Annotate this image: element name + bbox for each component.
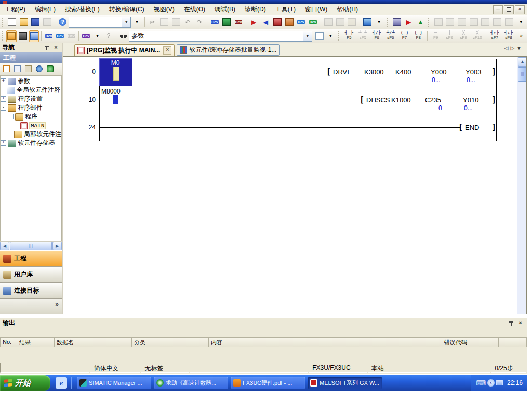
task-melsoft[interactable]: MELSOFT系列 GX W... bbox=[308, 377, 382, 389]
vertical-line-button[interactable]: │sF9 bbox=[443, 30, 456, 43]
operand[interactable]: C235 bbox=[425, 96, 441, 104]
task-pdf[interactable]: FX3UC硬件.pdf - ... bbox=[231, 377, 305, 389]
instruction[interactable]: END bbox=[465, 124, 479, 131]
dev-read-icon[interactable]: Dev bbox=[308, 16, 318, 28]
print-icon[interactable] bbox=[42, 16, 53, 28]
menu-debug[interactable]: 调试(B) bbox=[210, 4, 240, 15]
tab-ladder-monitor[interactable]: [PRG]监视 执行中 MAIN... × bbox=[74, 44, 175, 56]
statement-icon[interactable] bbox=[480, 16, 491, 28]
restore-button[interactable] bbox=[504, 5, 514, 14]
device-test-icon[interactable]: ▾ bbox=[92, 30, 103, 42]
remote-operation-icon[interactable] bbox=[392, 16, 403, 28]
device-display-icon[interactable]: Dev bbox=[81, 30, 91, 42]
operand[interactable]: Y003 bbox=[466, 68, 481, 76]
toolbar-overflow-icon[interactable]: ▾ bbox=[131, 16, 142, 28]
tree-item-device-memory[interactable]: + 软元件存储器 bbox=[1, 139, 61, 148]
tab-device-batch-monitor[interactable]: 软元件/缓冲存储器批量监视-1... bbox=[177, 44, 280, 56]
workspace-combobox[interactable]: ▾ bbox=[69, 17, 131, 28]
hide-icons-icon[interactable]: ‹ bbox=[487, 379, 495, 387]
tree-item-program[interactable]: - 程序 bbox=[1, 112, 61, 121]
ladder-canvas[interactable]: 0 M0 [ DRVI K3000 K400 Y000 Y003 ] 0... … bbox=[63, 56, 527, 314]
error-check-icon[interactable]: ▲ bbox=[415, 16, 426, 28]
toolbar-overflow-icon[interactable]: » bbox=[516, 30, 526, 42]
chevron-down-icon[interactable]: ▾ bbox=[303, 31, 312, 41]
toolbar-grip[interactable] bbox=[2, 31, 4, 41]
help-icon[interactable]: ? bbox=[57, 16, 68, 28]
save-icon[interactable] bbox=[30, 16, 41, 28]
tree-item-parameter[interactable]: + 参数 bbox=[1, 77, 61, 86]
device-comment-icon[interactable] bbox=[468, 16, 479, 28]
pin-icon[interactable] bbox=[508, 320, 515, 327]
expand-icon[interactable]: + bbox=[1, 78, 6, 84]
paste-item-icon[interactable] bbox=[23, 64, 33, 74]
help-dim-icon[interactable]: ? bbox=[103, 30, 114, 42]
run-icon[interactable]: ▶ bbox=[403, 16, 414, 28]
close-icon[interactable]: × bbox=[516, 320, 524, 327]
delete-vline-button[interactable]: ╳cF10 bbox=[471, 30, 484, 43]
col-data-name[interactable]: 数据名 bbox=[55, 337, 132, 347]
menu-edit[interactable]: 编辑(E) bbox=[30, 4, 60, 15]
copy-icon[interactable] bbox=[158, 16, 169, 28]
toolbar-grip[interactable] bbox=[428, 18, 431, 27]
close-icon[interactable]: × bbox=[52, 44, 60, 51]
tree-item-pou[interactable]: - 程序部件 bbox=[1, 103, 61, 112]
redo-icon[interactable]: ↷ bbox=[194, 16, 205, 28]
open-project-icon[interactable] bbox=[18, 16, 29, 28]
instruction[interactable]: DRVI bbox=[333, 68, 349, 76]
inline-st-icon[interactable] bbox=[504, 16, 515, 28]
closed-contact-button[interactable]: ┤/├F6 bbox=[370, 30, 383, 43]
new-item-icon[interactable] bbox=[2, 64, 11, 74]
nav-button-connection[interactable]: 连接目标 bbox=[0, 283, 62, 299]
device-table-icon[interactable]: Dev bbox=[55, 30, 65, 42]
scroll-left-icon[interactable]: ◀ bbox=[0, 242, 9, 250]
menu-view[interactable]: 视图(V) bbox=[149, 4, 179, 15]
menu-window[interactable]: 窗口(W) bbox=[300, 4, 332, 15]
sfc-block-icon[interactable] bbox=[335, 16, 345, 28]
new-project-icon[interactable] bbox=[7, 16, 18, 28]
paste-icon[interactable] bbox=[170, 16, 181, 28]
tree-item-program-setting[interactable]: + 程序设置 bbox=[1, 95, 61, 103]
expand-icon[interactable]: - bbox=[8, 114, 14, 119]
minimize-button[interactable]: ─ bbox=[493, 5, 503, 14]
chevron-down-icon[interactable]: ▾ bbox=[122, 17, 130, 27]
col-category[interactable]: 分类 bbox=[132, 337, 209, 347]
undo-icon[interactable]: ↶ bbox=[182, 16, 193, 28]
copy-item-icon[interactable] bbox=[12, 64, 22, 74]
closed-branch-button[interactable]: ┴/┴sF6 bbox=[384, 30, 397, 43]
monitor-start-icon[interactable] bbox=[272, 16, 283, 28]
tab-next-icon[interactable]: ▷ bbox=[510, 45, 516, 51]
toolbar-overflow-icon[interactable]: ▾ bbox=[515, 16, 526, 28]
rising-pulse-button[interactable]: ┤↑├sF7 bbox=[488, 30, 501, 43]
refresh-icon[interactable] bbox=[45, 64, 55, 74]
operand[interactable]: Y000 bbox=[431, 68, 446, 76]
col-error-code[interactable]: 错误代码 bbox=[442, 337, 499, 347]
close-button[interactable]: × bbox=[515, 5, 525, 14]
cut-icon[interactable]: ✂ bbox=[147, 16, 158, 28]
menu-diagnostics[interactable]: 诊断(D) bbox=[240, 4, 271, 15]
device-ref-icon[interactable]: Dev bbox=[66, 30, 76, 42]
quick-launch-ie-icon[interactable]: e bbox=[56, 377, 67, 389]
toolbar-grip[interactable] bbox=[2, 18, 5, 27]
tree-item-global-comment[interactable]: 全局软元件注释 bbox=[1, 86, 61, 95]
expand-icon[interactable]: + bbox=[1, 140, 6, 146]
toolbar-grip[interactable] bbox=[387, 18, 390, 27]
tab-prev-icon[interactable]: ◁ bbox=[504, 45, 511, 51]
pulse-contact-icon[interactable] bbox=[457, 16, 468, 28]
nav-horizontal-scrollbar[interactable]: ◀ ||| ▶ bbox=[0, 241, 62, 250]
find-binoculars-icon[interactable] bbox=[118, 30, 129, 42]
contact-m8000[interactable] bbox=[113, 95, 118, 104]
scroll-thumb[interactable]: ||| bbox=[10, 242, 52, 250]
operand[interactable]: K3000 bbox=[364, 68, 384, 76]
network-tray-icon[interactable] bbox=[496, 379, 503, 387]
monitor-window-icon[interactable] bbox=[221, 16, 232, 28]
read-from-plc-icon[interactable]: ◀ bbox=[260, 16, 271, 28]
close-tab-icon[interactable]: × bbox=[163, 46, 171, 55]
pin-icon[interactable] bbox=[43, 44, 51, 51]
expand-icon[interactable]: + bbox=[1, 96, 6, 102]
nav-button-project[interactable]: 工程 bbox=[0, 250, 62, 267]
operand[interactable]: K400 bbox=[395, 68, 411, 76]
device-find-icon[interactable]: Dev bbox=[209, 16, 220, 28]
screen-display-icon[interactable] bbox=[362, 16, 373, 28]
device-search-icon[interactable]: Dev bbox=[44, 30, 54, 42]
page-search-icon[interactable] bbox=[314, 30, 325, 42]
